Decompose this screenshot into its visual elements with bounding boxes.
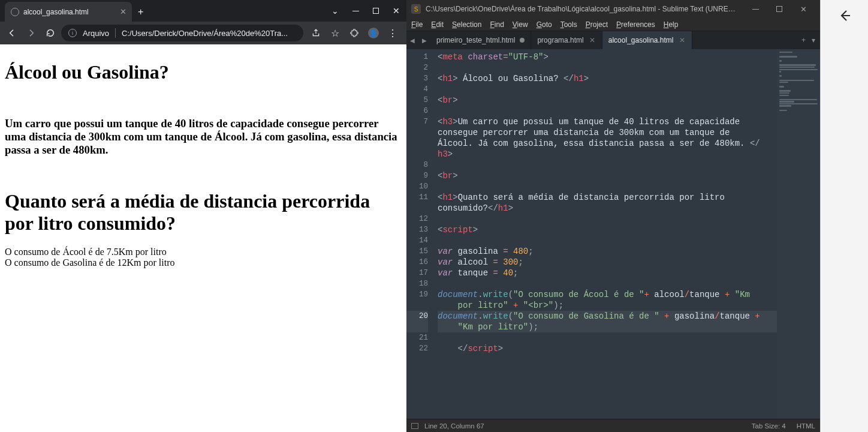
chrome-window: alcool_gasolina.html ✕ + ⌄ ✕ i Arquivo C… [0,0,406,432]
sublime-titlebar: S C:\Users\Derick\OneDrive\Área de Traba… [406,0,820,18]
indent-setting[interactable]: Tab Size: 4 [752,422,786,430]
close-window-button[interactable]: ✕ [386,0,406,22]
info-icon: i [68,29,77,37]
reload-button[interactable] [42,25,59,41]
output-line-2: O consumo de Gasolina é de 12Km por litr… [5,257,402,268]
output-line-1: O consumo de Ácool é de 7.5Km por litro [5,247,402,257]
page-subheading: Um carro que possui um tanque de 40 litr… [5,117,402,157]
sublime-window: S C:\Users\Derick\OneDrive\Área de Traba… [406,0,820,432]
chrome-titlebar: alcool_gasolina.html ✕ + ⌄ ✕ [0,0,406,22]
tab-nav-right-icon[interactable]: ▶ [418,31,430,49]
chrome-toolbar: i Arquivo C:/Users/Derick/OneDrive/Área%… [0,22,406,44]
address-bar[interactable]: i Arquivo C:/Users/Derick/OneDrive/Área%… [61,25,303,41]
url-text: C:/Users/Derick/OneDrive/Área%20de%20Tra… [122,29,296,38]
side-panel [820,0,868,432]
menu-item-project[interactable]: Project [586,20,608,29]
menu-item-find[interactable]: Find [490,20,504,29]
menu-item-selection[interactable]: Selection [452,20,481,29]
sublime-app-icon: S [411,4,421,14]
forward-button[interactable] [23,25,40,41]
url-scheme-label: Arquivo [83,29,109,38]
close-tab-icon[interactable]: ✕ [119,7,127,16]
editor-tabs: ◀ ▶ primeiro_teste_html.htmlprograma.htm… [406,31,820,49]
share-icon[interactable] [307,25,325,41]
browser-tab[interactable]: alcool_gasolina.html ✕ [5,2,132,22]
sublime-window-title: C:\Users\Derick\OneDrive\Área de Trabalh… [426,5,739,13]
maximize-button[interactable] [366,0,386,22]
maximize-button[interactable] [767,0,791,18]
menu-icon[interactable]: ⋮ [384,25,402,41]
code-area[interactable]: <meta charset="UTF-8"><h1> Álcool ou Gas… [433,49,777,419]
line-number-gutter: 12345678910111213141516171819202122 [406,49,433,419]
chevron-down-icon[interactable]: ⌄ [325,0,345,22]
cursor-position: Line 20, Column 67 [424,422,484,430]
separator [115,28,116,38]
tab-label: programa.html [537,36,583,44]
back-arrow-icon[interactable] [837,8,852,23]
sublime-menubar: FileEditSelectionFindViewGotoToolsProjec… [406,18,820,31]
extensions-icon[interactable] [345,25,363,41]
status-bar: Line 20, Column 67 Tab Size: 4 HTML [406,419,820,432]
bookmark-icon[interactable]: ☆ [326,25,344,41]
profile-avatar[interactable]: 👤 [364,25,382,41]
dirty-indicator-icon[interactable] [520,38,525,43]
editor-tab[interactable]: programa.html✕ [531,31,602,49]
page-heading-1: Álcool ou Gasolina? [5,61,402,83]
editor-tab[interactable]: primeiro_teste_html.html [430,31,531,49]
new-tab-button[interactable]: + [132,2,149,22]
minimap[interactable] [777,49,820,419]
menu-item-view[interactable]: View [513,20,528,29]
close-window-button[interactable]: ✕ [791,0,815,18]
menu-item-preferences[interactable]: Preferences [616,20,655,29]
syntax-setting[interactable]: HTML [797,422,815,430]
tab-label: alcool_gasolina.html [608,36,674,44]
minimize-button[interactable] [743,0,767,18]
chrome-window-controls: ⌄ ✕ [325,0,406,22]
editor-tab[interactable]: alcool_gasolina.html✕ [602,31,692,49]
panel-toggle-icon[interactable] [411,423,418,429]
menu-item-goto[interactable]: Goto [537,20,552,29]
tab-nav-left-icon[interactable]: ◀ [406,31,418,49]
minimize-button[interactable] [345,0,366,22]
tab-label: primeiro_teste_html.html [436,36,515,44]
close-tab-icon[interactable]: ✕ [679,36,686,44]
page-heading-2: Quanto será a média de distancia percorr… [5,190,402,235]
back-button[interactable] [4,25,20,41]
tab-title: alcool_gasolina.html [23,8,114,16]
menu-item-tools[interactable]: Tools [560,20,577,29]
menu-item-help[interactable]: Help [664,20,679,29]
close-tab-icon[interactable]: ✕ [589,36,596,44]
new-file-icon[interactable]: + [801,36,806,44]
menu-item-edit[interactable]: Edit [431,20,444,29]
tab-dropdown-icon[interactable]: ▾ [812,36,815,44]
code-editor[interactable]: 12345678910111213141516171819202122 <met… [406,49,820,419]
menu-item-file[interactable]: File [411,20,423,29]
page-content: Álcool ou Gasolina? Um carro que possui … [0,44,406,432]
globe-icon [11,8,19,16]
